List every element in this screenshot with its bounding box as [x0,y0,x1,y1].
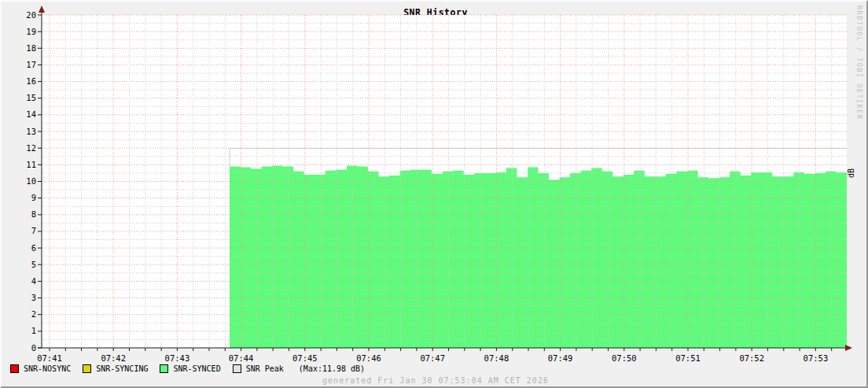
legend-label: SNR Peak [246,364,284,373]
y-tick-label: 10 [26,176,36,186]
x-tick-label: 07:42 [101,353,126,363]
x-tick-label: 07:41 [37,353,62,363]
y-tick-label: 20 [26,10,36,20]
snr-synced-area [230,165,847,348]
legend-swatch [83,364,91,373]
x-tick-label: 07:46 [356,353,381,363]
legend-swatch [160,364,168,373]
x-tick-label: 07:50 [612,353,637,363]
legend-label: SNR-SYNCED [173,364,220,373]
y-tick-label: 13 [26,127,36,136]
x-tick-label: 07:44 [229,353,254,363]
y-tick-label: 15 [26,93,36,102]
y-axis-arrow [39,6,45,13]
x-tick-label: 07:51 [675,353,701,363]
y-tick-label: 4 [31,276,36,286]
x-tick-label: 07:53 [804,353,829,363]
legend: SNR-NOSYNCSNR-SYNCINGSNR-SYNCEDSNR Peak(… [10,364,365,373]
x-tick-label: 07:52 [739,353,764,363]
x-axis-arrow [845,345,852,351]
y-tick-label: 0 [31,343,36,353]
legend-swatch [233,364,241,373]
legend-swatch [10,364,19,373]
x-tick-label: 07:47 [420,353,445,363]
y-tick-label: 1 [31,326,36,335]
legend-item-snr-peak: SNR Peak [233,364,284,373]
y-tick-label: 12 [26,143,36,153]
y-axis-unit-label: dB [847,168,855,178]
y-tick-label: 11 [26,160,36,169]
rrdtool-graph: SNR History 0123456789101112131415161718… [0,0,868,388]
y-tick-label: 18 [26,43,36,53]
legend-item-snr-syncing: SNR-SYNCING [83,364,148,373]
legend-item-snr-nosync: SNR-NOSYNC [10,364,71,373]
y-tick-label: 8 [31,209,36,219]
x-tick-label: 07:49 [548,353,573,363]
y-tick-label: 7 [31,226,36,235]
x-tick-label: 07:45 [292,353,318,363]
y-tick-label: 6 [31,243,36,253]
legend-item-snr-synced: SNR-SYNCED [160,364,220,373]
legend-label: SNR-NOSYNC [24,364,71,373]
y-tick-label: 3 [31,293,36,302]
generated-timestamp: generated Fri Jan 30 07:53:04 AM CET 202… [2,376,868,385]
x-tick-label: 07:48 [484,353,509,363]
y-tick-label: 14 [26,109,36,119]
legend-max-value: (Max:11.98 dB) [299,364,365,373]
rrdtool-watermark: RRDTOOL / TOBI OETIKER [855,6,863,120]
y-tick-label: 19 [26,27,36,36]
y-tick-label: 17 [26,60,36,69]
y-tick-label: 2 [31,309,36,319]
legend-label: SNR-SYNCING [96,364,148,373]
y-tick-label: 16 [26,76,36,86]
y-tick-label: 5 [31,260,36,269]
chart-svg: 0123456789101112131415161718192007:4107:… [2,2,868,388]
y-tick-label: 9 [31,193,36,202]
x-tick-label: 07:43 [165,353,190,363]
